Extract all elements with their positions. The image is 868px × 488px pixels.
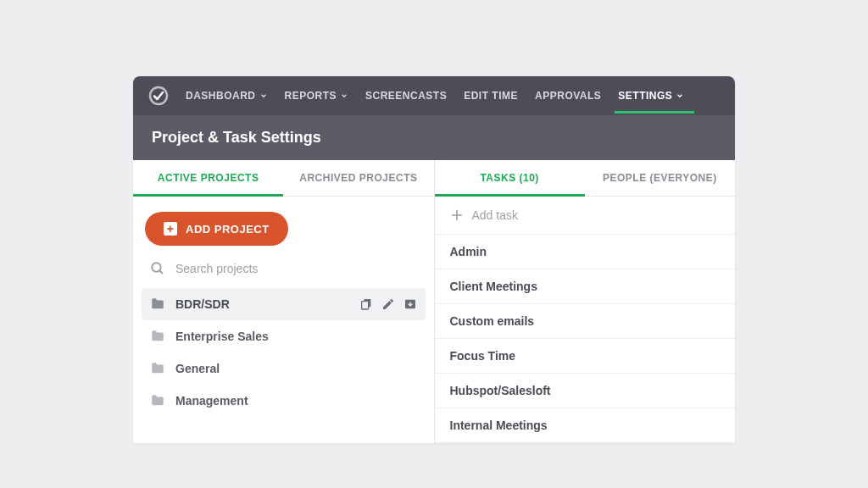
svg-line-2 [159,270,163,274]
search-input[interactable] [175,262,417,275]
top-nav: DASHBOARDREPORTSSCREENCASTSEDIT TIMEAPPR… [133,76,735,115]
task-item[interactable]: Focus Time [435,339,736,374]
nav-item-label: APPROVALS [535,90,601,102]
edit-icon[interactable] [381,297,395,311]
task-item[interactable]: Hubspot/Salesloft [435,374,736,408]
nav-item-dashboard[interactable]: DASHBOARD [186,78,268,114]
nav-item-label: DASHBOARD [186,90,256,102]
plus-icon [450,208,464,222]
task-list: AdminClient MeetingsCustom emailsFocus T… [435,235,736,443]
svg-rect-4 [361,302,368,309]
task-item[interactable]: Custom emails [435,304,736,339]
nav-item-approvals[interactable]: APPROVALS [535,78,601,114]
task-item[interactable]: Client Meetings [435,269,736,304]
chevron-down-icon [259,92,268,100]
app-logo-icon [148,86,169,106]
project-item[interactable]: BDR/SDR [142,288,426,320]
tasks-tabs: TASKS (10)PEOPLE (EVERYONE) [435,160,736,197]
nav-item-label: REPORTS [285,90,337,102]
project-name: General [175,362,220,375]
task-item[interactable]: Internal Meetings [435,408,736,443]
add-project-button[interactable]: + ADD PROJECT [145,212,288,246]
page-title: Project & Task Settings [133,115,735,160]
folder-icon [150,329,165,344]
project-item[interactable]: General [142,352,426,385]
nav-item-reports[interactable]: REPORTS [285,78,349,114]
chevron-down-icon [676,92,684,100]
chevron-down-icon [340,92,348,100]
main-content: ACTIVE PROJECTSARCHIVED PROJECTS + ADD P… [133,160,735,443]
task-item[interactable]: Admin [435,235,736,269]
app-frame: DASHBOARDREPORTSSCREENCASTSEDIT TIMEAPPR… [133,76,735,443]
nav-item-label: EDIT TIME [464,90,518,102]
projects-tabs: ACTIVE PROJECTSARCHIVED PROJECTS [133,160,434,197]
add-task-button[interactable]: Add task [435,197,736,235]
nav-item-settings[interactable]: SETTINGS [618,78,684,114]
nav-item-screencasts[interactable]: SCREENCASTS [365,78,447,114]
archive-icon[interactable] [403,297,417,311]
project-search[interactable] [133,254,434,285]
projects-column: ACTIVE PROJECTSARCHIVED PROJECTS + ADD P… [133,160,435,443]
folder-icon [150,393,165,408]
svg-point-1 [152,263,161,272]
tasks-column: TASKS (10)PEOPLE (EVERYONE) Add task Adm… [435,160,736,443]
project-item[interactable]: Enterprise Sales [142,320,426,352]
tasks-tab[interactable]: PEOPLE (EVERYONE) [585,160,735,196]
projects-tab[interactable]: ARCHIVED PROJECTS [283,160,433,196]
project-item[interactable]: Management [142,385,426,417]
nav-item-label: SETTINGS [618,90,672,102]
project-name: BDR/SDR [175,297,230,311]
tasks-tab[interactable]: TASKS (10) [435,160,585,196]
folder-icon [150,361,165,376]
project-name: Management [175,394,248,408]
plus-icon: + [164,222,177,236]
project-list: BDR/SDREnterprise SalesGeneralManagement [133,285,434,417]
folder-icon [150,297,165,312]
copy-icon[interactable] [359,297,373,311]
add-project-label: ADD PROJECT [186,223,270,236]
nav-item-label: SCREENCASTS [365,90,447,102]
project-name: Enterprise Sales [175,330,269,343]
project-actions [359,297,417,311]
nav-item-edit-time[interactable]: EDIT TIME [464,78,518,114]
projects-tab[interactable]: ACTIVE PROJECTS [133,160,283,196]
add-task-label: Add task [472,208,518,222]
svg-point-0 [150,87,167,104]
search-icon [150,261,165,276]
